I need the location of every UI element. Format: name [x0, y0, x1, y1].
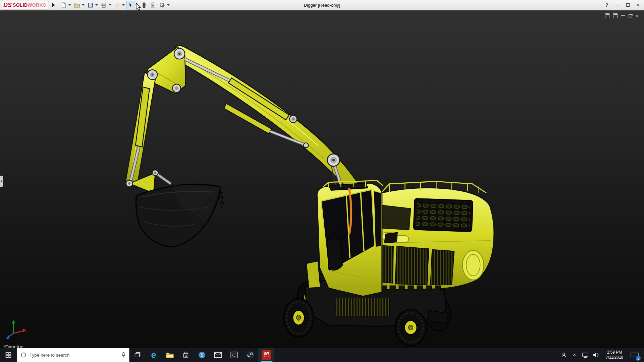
people-button[interactable] — [558, 348, 569, 362]
command-prompt-icon — [230, 352, 238, 358]
doc-close-icon[interactable]: × — [636, 14, 639, 18]
new-document-caret-icon[interactable] — [68, 4, 71, 6]
windows-logo-icon — [5, 352, 12, 358]
solidworks-app-button[interactable]: SW 2017 — [258, 348, 274, 362]
save-caret-icon[interactable] — [95, 4, 98, 6]
options-button[interactable] — [158, 1, 167, 9]
mail-button[interactable] — [210, 348, 226, 362]
search-input[interactable] — [30, 353, 118, 358]
sphere-app-button[interactable] — [242, 348, 258, 362]
store-button[interactable] — [178, 348, 194, 362]
doc-restore-icon[interactable] — [629, 14, 632, 17]
file-properties-icon — [150, 2, 156, 8]
ds-logo-glyph: DS — [3, 2, 12, 9]
speaker-icon — [593, 352, 599, 358]
taskbar-search[interactable] — [17, 348, 129, 362]
taskbar: e SW 2017 2:5 — [0, 348, 644, 362]
print-caret-icon[interactable] — [109, 4, 111, 6]
system-tray: 2:59 PM 7/11/2018 2 — [558, 348, 644, 362]
rebuild-traffic-light-icon — [141, 2, 147, 8]
file-explorer-icon — [166, 352, 174, 359]
solidworks-logo: DS SOLIDWORKS — [2, 1, 49, 9]
messenger-app-button[interactable] — [194, 348, 210, 362]
graphics-viewport[interactable] — [0, 10, 644, 348]
edge-icon: e — [151, 351, 156, 360]
save-button[interactable] — [86, 1, 95, 9]
close-button[interactable]: × — [636, 3, 639, 7]
open-document-caret-icon[interactable] — [82, 4, 85, 6]
save-floppy-icon — [87, 2, 94, 8]
cortana-circle-icon — [20, 352, 26, 358]
people-icon — [561, 352, 567, 358]
window-controls: ? × — [605, 2, 644, 8]
document-window-controls: × — [605, 13, 639, 18]
maximize-button[interactable] — [626, 3, 630, 7]
select-cursor-icon — [127, 2, 134, 8]
tray-overflow-button[interactable] — [569, 348, 580, 362]
undo-caret-icon[interactable] — [122, 4, 125, 6]
options-gear-icon — [159, 2, 165, 8]
doc-float-icon[interactable] — [605, 13, 609, 18]
quick-access-toolbar — [59, 1, 171, 9]
edge-button[interactable]: e — [146, 348, 162, 362]
feature-tree-collapse-tab[interactable] — [0, 176, 3, 187]
select-caret-icon[interactable] — [136, 4, 138, 6]
document-title: Digger [Read-only] — [304, 3, 340, 8]
brand-works: WORKS — [28, 2, 46, 8]
file-explorer-button[interactable] — [162, 348, 178, 362]
start-button[interactable] — [0, 348, 17, 362]
network-button[interactable] — [580, 348, 591, 362]
notification-center-button[interactable]: 2 — [628, 348, 642, 362]
file-properties-button[interactable] — [149, 1, 158, 9]
help-button[interactable]: ? — [605, 2, 608, 8]
task-view-button[interactable] — [129, 348, 146, 362]
dark-sphere-app-icon — [246, 351, 254, 359]
mail-envelope-icon — [214, 352, 222, 358]
minimize-button[interactable] — [615, 5, 619, 5]
doc-new-window-icon[interactable] — [613, 13, 618, 18]
select-tool-button[interactable] — [126, 1, 135, 9]
undo-button[interactable] — [113, 1, 122, 9]
options-caret-icon[interactable] — [167, 4, 170, 6]
notification-badge: 2 — [636, 356, 641, 361]
undo-icon — [114, 2, 120, 8]
rebuild-button[interactable] — [140, 1, 149, 9]
open-document-button[interactable] — [72, 1, 82, 9]
command-prompt-button[interactable] — [226, 348, 242, 362]
doc-minimize-icon[interactable] — [621, 15, 625, 16]
clock-date: 7/11/2018 — [606, 355, 624, 360]
brand-solid: SOLID — [13, 2, 28, 8]
taskbar-clock[interactable]: 2:59 PM 7/11/2018 — [601, 348, 628, 362]
print-icon — [101, 2, 107, 8]
clock-time: 2:59 PM — [607, 350, 622, 355]
show-desktop-button[interactable] — [642, 348, 644, 362]
network-icon — [582, 352, 589, 358]
chevron-up-icon — [572, 353, 577, 357]
solidworks-app-icon: SW 2017 — [262, 350, 271, 360]
new-document-icon — [60, 2, 67, 8]
volume-button[interactable] — [591, 348, 601, 362]
microphone-icon[interactable] — [121, 352, 126, 358]
titlebar: DS SOLIDWORKS Digge — [0, 0, 644, 10]
open-folder-icon — [74, 2, 80, 8]
print-button[interactable] — [99, 1, 108, 9]
store-bag-icon — [182, 351, 189, 359]
task-view-icon — [134, 351, 141, 359]
blue-circle-app-icon — [198, 351, 206, 359]
new-document-button[interactable] — [59, 1, 68, 9]
toolbar-expand-arrow-icon[interactable] — [52, 3, 55, 7]
